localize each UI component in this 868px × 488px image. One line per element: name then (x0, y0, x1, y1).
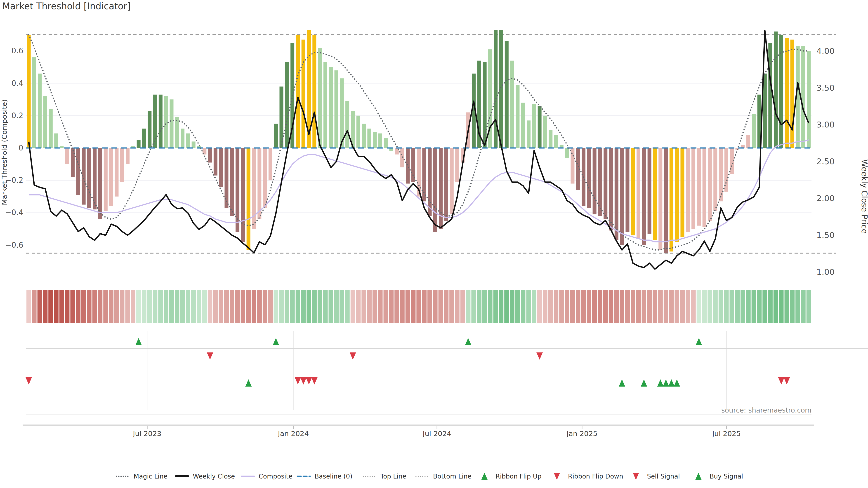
threshold-bar (175, 117, 179, 148)
threshold-bar (230, 148, 234, 216)
ribbon-cell (647, 290, 652, 323)
ribbon-flip-up-marker[interactable] (135, 338, 142, 345)
sell-signal-marker[interactable] (311, 377, 318, 385)
ribbon-cell (713, 290, 718, 323)
ribbon-cell (746, 290, 750, 323)
buy-signal-marker[interactable] (674, 379, 680, 387)
ribbon-cell (367, 290, 372, 323)
threshold-bar (318, 48, 322, 148)
threshold-bar (516, 85, 520, 148)
threshold-bar (137, 140, 141, 148)
threshold-bar (653, 148, 657, 240)
ribbon-cell (521, 290, 525, 323)
sell-signal-marker[interactable] (306, 377, 312, 385)
ribbon-cell (329, 290, 333, 323)
ribbon-cell (587, 290, 591, 323)
ribbon-cell (373, 290, 377, 323)
ribbon-cell (493, 290, 498, 323)
threshold-bar (554, 135, 558, 148)
threshold-bar (43, 96, 47, 148)
threshold-bar (565, 148, 569, 158)
buy-signal-marker[interactable] (668, 379, 675, 387)
legend-item-ribbon-flip-up[interactable]: Ribbon Flip Up (481, 473, 541, 480)
legend-item-bottom-line[interactable]: Bottom Line (416, 473, 471, 480)
ribbon-cell (697, 290, 701, 323)
buy-signal-marker[interactable] (663, 379, 669, 387)
legend-item-weekly-close[interactable]: Weekly Close (176, 473, 235, 480)
sell-signal-marker[interactable] (295, 377, 301, 385)
legend-item-sell-signal[interactable]: Sell Signal (633, 473, 680, 480)
threshold-bar (219, 148, 223, 187)
threshold-bar (115, 148, 119, 197)
ribbon-cell (147, 290, 152, 323)
right-axis-tick: 2.50 (816, 157, 835, 166)
legend-item-top-line[interactable]: Top Line (363, 473, 406, 480)
sell-signal-marker[interactable] (26, 377, 32, 385)
threshold-bar (104, 148, 107, 211)
threshold-bar (373, 132, 377, 148)
threshold-bar (609, 148, 613, 230)
sell-signal-marker[interactable] (778, 377, 784, 385)
ribbon-flip-down-marker[interactable] (350, 352, 356, 360)
right-axis-tick: 3.50 (816, 83, 835, 92)
buy-signal-marker[interactable] (245, 379, 252, 387)
sell-signal-marker[interactable] (784, 377, 790, 385)
signal-markers[interactable] (26, 338, 790, 387)
ribbon-flip-down-marker[interactable] (536, 352, 543, 360)
ribbon-flip-up-marker[interactable] (273, 338, 279, 345)
ribbon-cell (383, 290, 388, 323)
threshold-bar (719, 148, 723, 201)
threshold-bar (587, 148, 591, 208)
threshold-bar (32, 57, 36, 148)
threshold-bar (159, 95, 162, 148)
legend-tri-down-icon[interactable] (554, 473, 560, 480)
legend[interactable]: Magic LineWeekly CloseCompositeBaseline … (116, 473, 743, 480)
ribbon-cell (768, 290, 773, 323)
right-axis-tick: 1.00 (816, 267, 835, 276)
ribbon-cell (526, 290, 531, 323)
sell-signal-marker[interactable] (300, 377, 307, 385)
threshold-bar (713, 148, 717, 211)
legend-tri-down-icon[interactable] (633, 473, 639, 480)
threshold-bar (356, 116, 360, 148)
legend-item-buy-signal[interactable]: Buy Signal (695, 473, 743, 480)
ribbon-flip-up-marker[interactable] (696, 338, 702, 345)
threshold-bar (697, 148, 701, 226)
legend-item-composite[interactable]: Composite (241, 473, 292, 480)
ribbon-cell (334, 290, 339, 323)
threshold-bar (620, 148, 624, 245)
ribbon-flip-up-marker[interactable] (465, 338, 471, 345)
ribbon-cell (455, 290, 459, 323)
legend-label: Magic Line (133, 473, 167, 480)
ribbon-cell (158, 290, 163, 323)
threshold-bar (532, 104, 536, 148)
ribbon-cell (65, 290, 69, 323)
legend-tri-up-icon[interactable] (695, 473, 702, 480)
ribbon-flip-down-marker[interactable] (207, 352, 213, 360)
ribbon-cell (774, 290, 778, 323)
legend-item-magic-line[interactable]: Magic Line (116, 473, 167, 480)
threshold-bar (169, 99, 174, 148)
ribbon-cell (664, 290, 668, 323)
threshold-bar (664, 148, 668, 253)
legend-item-ribbon-flip-down[interactable]: Ribbon Flip Down (554, 473, 623, 480)
threshold-bar (120, 148, 124, 182)
threshold-bar (241, 148, 245, 242)
ribbon-cell (642, 290, 646, 323)
x-axis-tick: Jul 2024 (422, 429, 451, 437)
ribbon-cell (92, 290, 97, 323)
market-threshold-chart: Market Threshold [Indicator] 0.60.40.20−… (0, 0, 868, 488)
legend-item-baseline-0-[interactable]: Baseline (0) (298, 473, 352, 480)
right-axis-tick: 3.00 (816, 120, 835, 129)
left-axis-tick: −0.6 (5, 240, 23, 250)
legend-tri-up-icon[interactable] (481, 473, 488, 480)
left-axis-title: Market Threshold (Composite) (0, 99, 8, 205)
buy-signal-marker[interactable] (641, 379, 647, 387)
buy-signal-marker[interactable] (619, 379, 625, 387)
threshold-bar (444, 148, 448, 221)
buy-signal-marker[interactable] (657, 379, 664, 387)
ribbon-cell (428, 290, 432, 323)
ribbon-cell (197, 290, 201, 323)
threshold-bar (625, 148, 629, 232)
ribbon-cell (724, 290, 728, 323)
